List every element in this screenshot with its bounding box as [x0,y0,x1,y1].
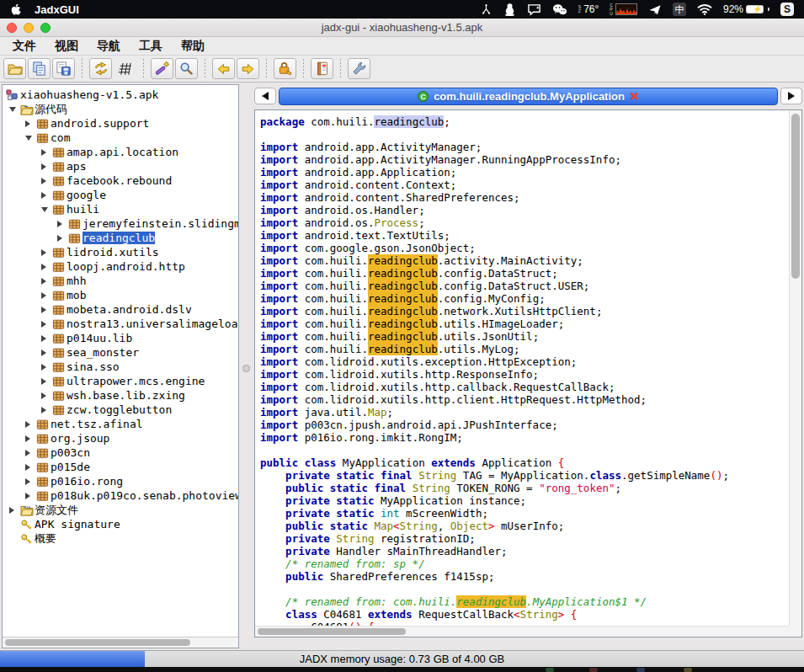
collapsed-arrow-icon[interactable] [25,478,36,485]
tree-item-sina-sso[interactable]: sina.sso [3,360,238,374]
tree-item-xiaohuasheng-v1-5-apk[interactable]: xiaohuasheng-v1.5.apk [3,88,238,102]
wifi-icon[interactable] [697,3,712,15]
collapsed-arrow-icon[interactable] [41,264,52,270]
tree-item-aps[interactable]: aps [3,159,238,173]
tree-item-sea-monster[interactable]: sea_monster [3,345,238,360]
log-viewer-button[interactable] [311,58,333,79]
wechat-icon[interactable] [552,3,567,16]
minimize-window-button[interactable] [24,23,34,33]
qq-icon[interactable] [503,3,516,16]
menu-5[interactable]: 帮助 [172,37,214,56]
tree-item-p015de[interactable]: p015de [3,460,238,474]
tree-item-org-jsoup[interactable]: org.jsoup [3,431,238,445]
chat-icon[interactable] [527,3,541,16]
tree-item-apk-signature[interactable]: APK signature [3,517,238,531]
tree-item-com[interactable]: com [3,131,238,145]
window-title-bar[interactable]: jadx-gui - xiaohuasheng-v1.5.apk [0,19,804,37]
tree-item-p003cn[interactable]: p003cn [3,445,238,460]
code-editor[interactable]: package com.huili.readingclub; import an… [254,109,802,637]
collapsed-arrow-icon[interactable] [41,249,52,256]
tree-item--[interactable]: 010资源文件 [3,503,238,517]
collapsed-arrow-icon[interactable] [41,163,52,170]
tree-horizontal-scrollbar[interactable] [3,637,238,648]
collapsed-arrow-icon[interactable] [41,149,52,156]
tree-item-p018uk-p019co-senab-photoview[interactable]: p018uk.p019co.senab.photoview [3,488,238,503]
apple-menu-icon[interactable] [10,3,21,16]
tree-item-p014uu-lib[interactable]: p014uu.lib [3,331,238,345]
tree-item-ultrapower-mcs-engine[interactable]: ultrapower.mcs.engine [3,374,238,388]
collapsed-arrow-icon[interactable] [41,192,52,199]
collapsed-arrow-icon[interactable] [41,321,52,328]
tree-item--[interactable]: 源代码 [3,102,238,116]
class-search-button[interactable] [175,58,198,79]
expanded-arrow-icon[interactable] [9,107,20,112]
reload-button[interactable] [89,58,112,79]
tree-item-readingclub[interactable]: readingclub [3,231,238,245]
collapsed-arrow-icon[interactable] [41,292,52,299]
collapsed-arrow-icon[interactable] [57,221,68,227]
preferences-button[interactable] [348,58,370,79]
tree-item-jeremyfeinstein-slidingmenu[interactable]: jeremyfeinstein.slidingmenu [3,216,238,231]
collapsed-arrow-icon[interactable] [41,349,52,356]
editor-vscroll-thumb[interactable] [791,114,800,279]
active-app-name[interactable]: JadxGUI [35,3,79,16]
tree-item-android-support[interactable]: android.support [3,116,238,131]
tree-hscroll-thumb[interactable] [5,639,190,646]
tree-item-net-tsz-afinal[interactable]: net.tsz.afinal [3,417,238,431]
tree-item-wsh-base-lib-zxing[interactable]: wsh.base.lib.zxing [3,388,238,403]
open-file-button[interactable] [3,58,26,79]
collapsed-arrow-icon[interactable] [41,378,52,385]
collapsed-arrow-icon[interactable] [57,235,68,242]
collapsed-arrow-icon[interactable] [41,278,52,285]
close-window-button[interactable] [7,23,17,33]
weather-icon[interactable]: SZ76° [578,3,599,15]
menu-3[interactable]: 导航 [88,37,130,56]
menu-1[interactable]: 文件 [3,37,45,56]
editor-vertical-scrollbar[interactable] [789,110,801,626]
tree-item-mob[interactable]: mob [3,288,238,302]
battery-icon[interactable]: 92%⚡ [723,3,769,15]
tree-item-huili[interactable]: huili [3,202,238,216]
cpu-graph-icon[interactable]: CPU [610,3,637,16]
tree-item-google[interactable]: google [3,188,238,202]
input-method-icon[interactable]: 中 [673,3,686,16]
airdrop-icon[interactable] [648,3,662,16]
tree-item-nostra13-universalimageloader[interactable]: nostra13.universalimageloader [3,317,238,331]
collapsed-arrow-icon[interactable] [41,364,52,371]
tree-item-lidroid-xutils[interactable]: lidroid.xutils [3,245,238,259]
tab-scroll-right-button[interactable] [780,88,802,104]
expanded-arrow-icon[interactable] [41,207,52,212]
collapsed-arrow-icon[interactable] [41,335,52,342]
collapsed-arrow-icon[interactable] [25,120,36,127]
split-handle-icon[interactable] [242,365,250,372]
menu-2[interactable]: 视图 [45,37,88,56]
collapsed-arrow-icon[interactable] [25,435,36,442]
collapsed-arrow-icon[interactable] [9,507,20,514]
editor-hscroll-thumb[interactable] [258,628,406,635]
nav-forward-button[interactable] [237,58,259,79]
deobfuscation-button[interactable] [274,58,296,79]
editor-horizontal-scrollbar[interactable] [255,626,789,637]
text-search-button[interactable] [151,58,173,79]
collapsed-arrow-icon[interactable] [25,450,36,456]
split-divider[interactable] [239,84,254,648]
tree-item-mobeta-android-dslv[interactable]: mobeta.android.dslv [3,302,238,317]
collapsed-arrow-icon[interactable] [25,464,36,471]
s-badge-icon[interactable]: S [780,3,794,16]
collapsed-arrow-icon[interactable] [41,392,52,399]
tree-item-loopj-android-http[interactable]: loopj.android.http [3,259,238,274]
collapsed-arrow-icon[interactable] [41,178,52,184]
collapsed-arrow-icon[interactable] [25,493,36,499]
tree-item-mhh[interactable]: mhh [3,274,238,288]
utility-icon[interactable] [480,3,493,16]
save-all-button[interactable] [52,58,75,79]
tree-item--[interactable]: 概要 [3,531,238,546]
expanded-arrow-icon[interactable] [25,136,36,141]
flat-packages-button[interactable] [114,58,136,79]
collapsed-arrow-icon[interactable] [41,307,52,313]
tab-close-icon[interactable]: ✕ [630,91,639,102]
collapsed-arrow-icon[interactable] [41,407,52,413]
tree-item-p016io-rong[interactable]: p016io.rong [3,474,238,488]
tab-myapplication[interactable]: C com.huili.readingclub.MyApplication ✕ [279,88,778,105]
collapsed-arrow-icon[interactable] [25,421,36,428]
